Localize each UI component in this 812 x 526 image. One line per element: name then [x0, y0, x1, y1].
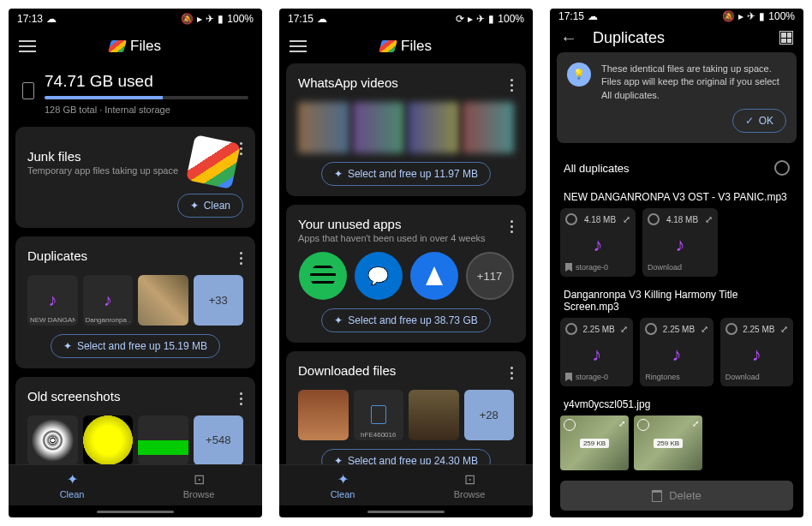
bottom-nav: ✦Clean ⊡Browse — [279, 464, 533, 505]
app-icon-paperplane[interactable] — [410, 252, 458, 300]
battery-pct: 100% — [768, 10, 795, 22]
duplicate-item[interactable]: 2.25 MB⤢ ♪ storage-0 — [560, 318, 633, 386]
more-icon[interactable] — [236, 389, 243, 409]
download-thumb[interactable] — [409, 390, 459, 440]
airplane-icon: ✈ — [747, 10, 755, 22]
duplicate-thumb[interactable]: ♪NEW DANGAN.. — [27, 275, 78, 326]
video-thumb[interactable] — [463, 102, 514, 153]
expand-icon[interactable]: ⤢ — [780, 324, 788, 335]
battery-pct: 100% — [227, 13, 254, 25]
screenshot-thumb[interactable] — [27, 415, 78, 465]
downloaded-card: Downloaded files hFE460016 +28 ✦Select a… — [286, 351, 526, 464]
select-free-button[interactable]: ✦Select and free up 38.73 GB — [321, 308, 490, 332]
select-free-button[interactable]: ✦Select and free up 15.19 MB — [51, 334, 220, 358]
clean-button[interactable]: ✦Clean — [177, 194, 243, 218]
app-icon-playstation[interactable] — [355, 252, 403, 300]
menu-icon[interactable] — [290, 40, 307, 52]
duplicate-item[interactable]: 2.25 MB⤢ ♪ Ringtones — [640, 318, 713, 386]
menu-icon[interactable] — [19, 40, 36, 52]
nav-browse[interactable]: ⊡Browse — [135, 465, 262, 505]
duplicate-item[interactable]: 4.18 MB⤢ ♪ Download — [642, 208, 718, 277]
more-icon[interactable] — [236, 248, 243, 268]
more-icon[interactable] — [507, 363, 514, 383]
battery-icon: ▮ — [488, 13, 494, 25]
content-scroll[interactable]: 74.71 GB used 128 GB total · Internal st… — [9, 63, 262, 464]
select-radio[interactable] — [637, 419, 649, 431]
duplicates-title: Duplicates — [27, 248, 87, 263]
expand-icon[interactable]: ⤢ — [705, 214, 713, 225]
nav-clean[interactable]: ✦Clean — [9, 465, 135, 505]
select-free-button[interactable]: ✦Select and free up 11.97 MB — [321, 162, 491, 186]
duplicates-card: Duplicates ♪NEW DANGAN.. ♪Danganronpa ..… — [15, 236, 255, 368]
screenshot-more[interactable]: +548 — [194, 415, 244, 465]
gesture-handle[interactable] — [9, 505, 262, 517]
status-bar: 17:15☁ 🔕▸✈▮100% — [550, 9, 803, 24]
content-scroll[interactable]: WhatsApp videos ✦Select and free up 11.9… — [279, 63, 533, 464]
bookmark-icon — [565, 263, 572, 272]
expand-icon[interactable]: ⤢ — [620, 324, 628, 335]
video-thumb[interactable] — [353, 102, 404, 153]
select-all-row[interactable]: All duplicates — [550, 152, 803, 184]
expand-icon[interactable]: ⤢ — [623, 214, 630, 225]
phone-screen-1: 17:13☁ 🔕▸✈▮100% Files 74.71 GB used 128 … — [9, 9, 262, 517]
trash-icon — [652, 490, 662, 502]
select-all-radio[interactable] — [774, 160, 790, 176]
select-radio[interactable] — [565, 323, 577, 335]
duplicate-image-item[interactable]: 259 KB⤢ — [634, 415, 702, 470]
ok-button[interactable]: ✓OK — [732, 109, 786, 133]
status-bar: 17:15☁ ⟳▸✈▮100% — [279, 9, 533, 29]
download-thumb[interactable]: hFE460016 — [354, 390, 404, 440]
more-icon[interactable] — [507, 75, 514, 95]
select-radio[interactable] — [565, 213, 577, 225]
music-note-icon: ♪ — [104, 290, 112, 310]
page-title: Duplicates — [593, 29, 764, 47]
view-toggle-icon[interactable] — [779, 31, 793, 45]
banner-text: These identical files are taking up spac… — [601, 63, 786, 102]
duplicate-thumb[interactable]: ♪Danganronpa .. — [83, 275, 134, 326]
duplicate-thumb[interactable] — [138, 275, 188, 326]
select-radio[interactable] — [564, 419, 576, 431]
expand-icon[interactable]: ⤢ — [701, 324, 708, 335]
expand-icon[interactable]: ⤢ — [692, 419, 699, 428]
back-icon[interactable]: ← — [560, 28, 577, 48]
folder-icon: ⊡ — [194, 471, 205, 487]
storage-summary[interactable]: 74.71 GB used 128 GB total · Internal st… — [15, 63, 255, 127]
select-all-label: All duplicates — [564, 162, 630, 175]
download-more[interactable]: +28 — [464, 390, 515, 440]
screenshot-thumb[interactable] — [138, 415, 188, 465]
duplicate-more[interactable]: +33 — [194, 275, 244, 326]
clock: 17:13 — [17, 13, 43, 25]
downloaded-title: Downloaded files — [298, 363, 396, 378]
nav-clean[interactable]: ✦Clean — [279, 465, 406, 505]
expand-icon[interactable]: ⤢ — [618, 419, 625, 428]
group-title: NEW DANGANRONPA V3 OST - V3 PANIC.mp3 — [550, 184, 803, 208]
select-radio[interactable] — [645, 323, 657, 335]
video-thumb[interactable] — [408, 102, 459, 153]
dnd-icon: 🔕 — [181, 13, 194, 25]
junk-title: Junk files — [27, 149, 178, 164]
screenshot-thumb[interactable] — [83, 415, 134, 465]
files-logo-icon — [108, 40, 127, 52]
weather-icon: ☁ — [588, 10, 598, 22]
more-icon[interactable] — [507, 217, 514, 236]
sparkle-icon: ✦ — [67, 471, 78, 487]
nav-browse[interactable]: ⊡Browse — [406, 465, 533, 505]
lightbulb-icon: 💡 — [567, 63, 591, 87]
gesture-handle[interactable] — [279, 505, 533, 517]
select-radio[interactable] — [725, 323, 737, 335]
battery-icon: ▮ — [759, 10, 765, 22]
duplicate-item[interactable]: 4.18 MB⤢ ♪ storage-0 — [560, 208, 636, 277]
delete-button[interactable]: Delete — [560, 481, 793, 511]
wifi-icon: ▸ — [738, 10, 743, 22]
app-more[interactable]: +117 — [466, 252, 514, 300]
app-icon-spotify[interactable] — [299, 252, 347, 300]
battery-icon: ▮ — [218, 13, 224, 25]
duplicate-image-item[interactable]: 259 KB⤢ — [560, 415, 629, 470]
select-free-button[interactable]: ✦Select and free up 24.30 MB — [321, 449, 491, 465]
duplicate-item[interactable]: 2.25 MB⤢ ♪ Download — [720, 318, 793, 386]
old-screenshots-card: Old screenshots +548 — [15, 377, 255, 465]
select-radio[interactable] — [648, 213, 660, 225]
video-thumb[interactable] — [298, 102, 349, 153]
whatsapp-card: WhatsApp videos ✦Select and free up 11.9… — [286, 63, 526, 196]
download-thumb[interactable] — [298, 390, 349, 440]
